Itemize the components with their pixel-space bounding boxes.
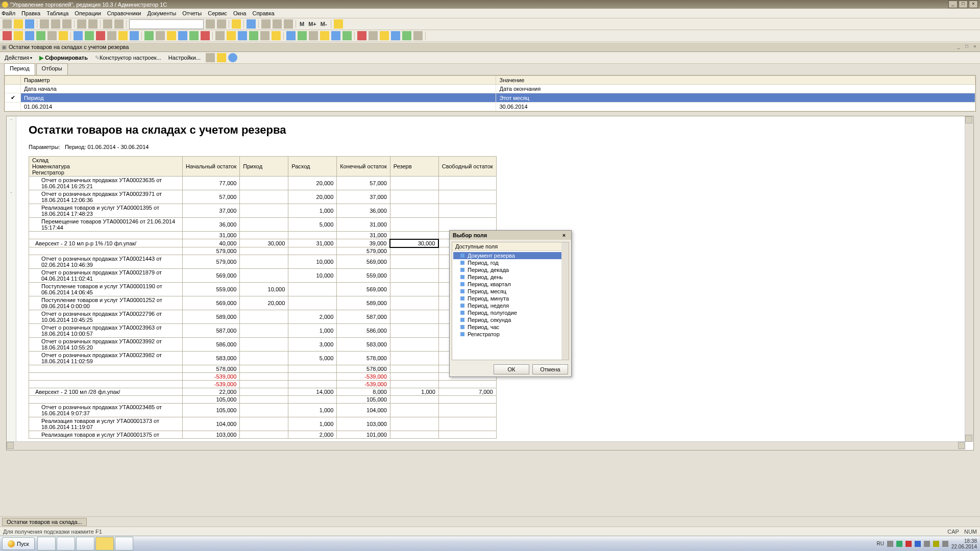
taskbar-app-2[interactable] xyxy=(57,537,75,550)
toolbar-icon-5[interactable] xyxy=(59,31,68,40)
find-next-icon[interactable] xyxy=(217,19,226,29)
tray-icon[interactable] xyxy=(896,541,902,547)
system-tray[interactable]: RU 18:3822.06.2014 xyxy=(876,538,980,549)
field-tree[interactable]: Документ резерваПериод, годПериод, декад… xyxy=(452,251,569,339)
maximize-button[interactable]: □ xyxy=(959,1,968,8)
tab-period[interactable]: Период xyxy=(4,63,35,75)
action-icon-1[interactable] xyxy=(206,53,215,62)
preview-icon[interactable] xyxy=(88,19,97,29)
toolbar-icon-28[interactable] xyxy=(331,31,340,40)
clock[interactable]: 18:3822.06.2014 xyxy=(951,538,977,549)
toolbar-icon-23[interactable] xyxy=(272,31,281,40)
taskbar-app-5[interactable] xyxy=(115,537,133,550)
toolbar-standard[interactable]: M M+ M- xyxy=(0,18,980,30)
menu-Справочники[interactable]: Справочники xyxy=(107,10,141,16)
field-item[interactable]: Период, час xyxy=(453,323,568,331)
undo-icon[interactable] xyxy=(103,19,112,29)
settings-button[interactable]: Настройки... xyxy=(165,54,204,62)
print-icon[interactable] xyxy=(77,19,86,29)
menu-Таблица[interactable]: Таблица xyxy=(46,10,68,16)
toolbar-icon-8[interactable] xyxy=(96,31,105,40)
menu-Операции[interactable]: Операции xyxy=(75,10,101,16)
save-icon[interactable] xyxy=(25,19,34,29)
redo-icon[interactable] xyxy=(114,19,124,29)
paste-icon[interactable] xyxy=(62,19,71,29)
field-item[interactable]: Период, минута xyxy=(453,295,568,302)
toolbar-icon-18[interactable] xyxy=(215,31,225,40)
toolbar-icon-16[interactable] xyxy=(189,31,199,40)
toolbar-icon-4[interactable] xyxy=(47,31,57,40)
toolbar-icon-3[interactable] xyxy=(36,31,45,40)
toolbar-icon-9[interactable] xyxy=(107,31,116,40)
search-input[interactable] xyxy=(129,19,204,29)
outline-gutter[interactable]: -- xyxy=(7,116,16,450)
toolbar-icon-22[interactable] xyxy=(260,31,270,40)
toolbar-icon-0[interactable] xyxy=(3,31,12,40)
toolbar-icon-29[interactable] xyxy=(342,31,352,40)
field-item[interactable]: Период, декада xyxy=(453,266,568,273)
toolbar-icon-12[interactable] xyxy=(144,31,154,40)
menu-Документы[interactable]: Документы xyxy=(147,10,176,16)
toolbar-icon-11[interactable] xyxy=(130,31,139,40)
field-item[interactable]: Период, неделя xyxy=(453,302,568,309)
taskbar-app-1[interactable] xyxy=(37,537,56,550)
dialog-close-button[interactable]: × xyxy=(560,232,568,238)
ok-button[interactable]: ОК xyxy=(494,364,529,374)
menu-Отчеты[interactable]: Отчеты xyxy=(182,10,202,16)
field-item[interactable]: Период, день xyxy=(453,273,568,281)
toolbar-icon-14[interactable] xyxy=(167,31,176,40)
tray-icon[interactable] xyxy=(887,541,893,547)
toolbar-icon-7[interactable] xyxy=(85,31,94,40)
menu-Файл[interactable]: Файл xyxy=(2,10,15,16)
mdi-window-bar[interactable]: Остатки товаров на склада... xyxy=(0,516,980,527)
table-row[interactable]: Отчет о розничных продажах УТА00021443 о… xyxy=(29,255,497,269)
toolbar-icon-19[interactable] xyxy=(227,31,236,40)
field-item[interactable]: Регистратор xyxy=(453,331,568,338)
toolbar-icon-30[interactable] xyxy=(357,31,366,40)
cells-icon[interactable] xyxy=(273,19,282,29)
memory-m-minus[interactable]: M- xyxy=(318,21,329,27)
toolbar-icon-24[interactable] xyxy=(286,31,296,40)
open-icon[interactable] xyxy=(14,19,23,29)
menu-Правка[interactable]: Правка xyxy=(21,10,40,16)
report-action-bar[interactable]: Действия ▶Сформировать ✎ Конструктор нас… xyxy=(0,52,980,64)
menu-Сервис[interactable]: Сервис xyxy=(208,10,227,16)
tray-icon[interactable] xyxy=(915,541,921,547)
calc-icon[interactable] xyxy=(232,19,241,29)
actions-menu[interactable]: Действия xyxy=(2,54,35,62)
table-row[interactable]: Поступление товаров и услуг УТА00001190 … xyxy=(29,283,497,296)
table-row[interactable]: Отчет о розничных продажах УТА00022796 о… xyxy=(29,310,497,324)
field-item[interactable]: Период, месяц xyxy=(453,288,568,295)
toolbar-app[interactable] xyxy=(0,30,980,42)
table-row[interactable]: 105,000105,000 xyxy=(29,396,497,404)
new-icon[interactable] xyxy=(3,19,12,29)
toolbar-icon-35[interactable] xyxy=(413,31,423,40)
grid-icon[interactable] xyxy=(261,19,271,29)
table-row[interactable]: Поступление товаров и услуг УТА00001252 … xyxy=(29,296,497,310)
report-hscrollbar[interactable] xyxy=(7,441,965,450)
table-row[interactable]: -539,000-539,000 xyxy=(29,373,497,381)
tab-filters[interactable]: Отборы xyxy=(36,63,68,75)
table-row[interactable]: -539,000-539,000 xyxy=(29,381,497,388)
menu-bar[interactable]: ФайлПравкаТаблицаОперацииСправочникиДоку… xyxy=(0,9,980,18)
menu-Окна[interactable]: Окна xyxy=(233,10,247,16)
menu-Справка[interactable]: Справка xyxy=(252,10,274,16)
brush-icon[interactable] xyxy=(334,19,343,29)
copy-icon[interactable] xyxy=(51,19,60,29)
cancel-button[interactable]: Отмена xyxy=(532,364,568,374)
action-help-icon[interactable] xyxy=(228,53,237,62)
toolbar-icon-20[interactable] xyxy=(238,31,247,40)
report-vscrollbar[interactable] xyxy=(965,116,973,442)
parameters-grid[interactable]: ПараметрЗначение Дата началаДата окончан… xyxy=(4,75,976,112)
tray-icon[interactable] xyxy=(905,541,912,547)
filter-tabs[interactable]: Период Отборы xyxy=(0,65,980,75)
tray-icon[interactable] xyxy=(933,541,939,547)
settings-wizard-button[interactable]: ✎ Конструктор настроек... xyxy=(92,54,164,62)
toolbar-icon-26[interactable] xyxy=(309,31,318,40)
find-icon[interactable] xyxy=(206,19,215,29)
doc-minimize-button[interactable]: _ xyxy=(955,44,962,50)
table-row[interactable]: Реализация товаров и услуг УТА00001375 о… xyxy=(29,431,497,439)
minimize-button[interactable]: _ xyxy=(948,1,958,8)
toolbar-icon-17[interactable] xyxy=(201,31,210,40)
toolbar-icon-31[interactable] xyxy=(369,31,378,40)
